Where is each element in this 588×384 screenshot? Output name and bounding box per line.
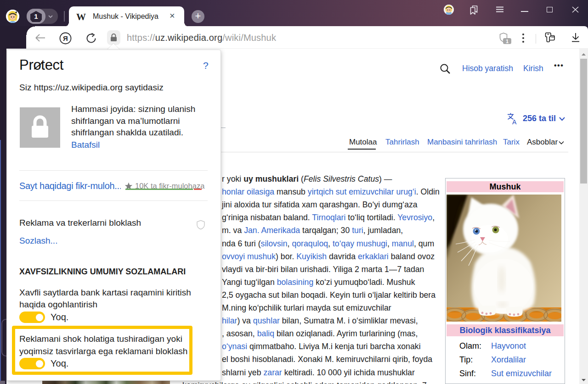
svg-text:1: 1 (506, 39, 509, 44)
svg-text:Я: Я (63, 34, 68, 42)
svg-text:A: A (512, 118, 517, 125)
